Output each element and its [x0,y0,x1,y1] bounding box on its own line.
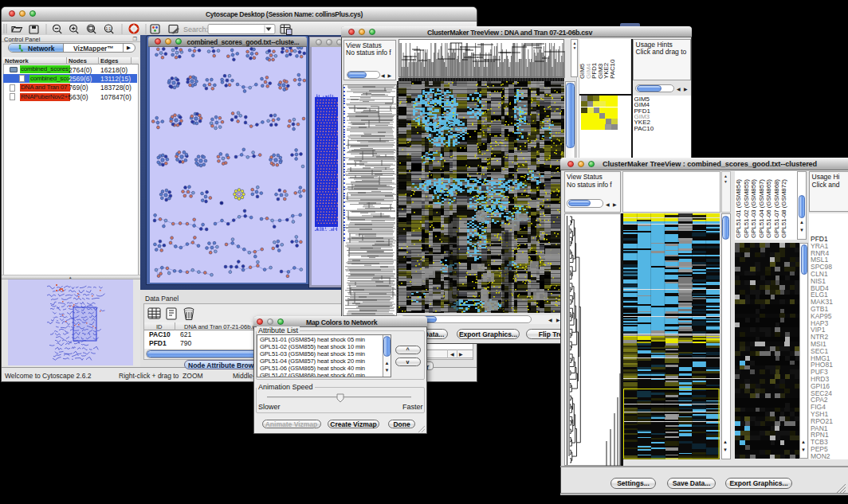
svg-text:GPL51-07 (GSM868): GPL51-07 (GSM868) [773,179,780,238]
svg-text:GPL51-03 (GSM856): GPL51-03 (GSM856) [750,179,757,238]
svg-text:GPL51-04 (GSM857): GPL51-04 (GSM857) [758,179,765,238]
svg-text:GPL51-01 (GSM854): GPL51-01 (GSM854) [735,179,742,238]
svg-text:PAC10: PAC10 [609,59,616,79]
svg-text:GPL51-06 (GSM865): GPL51-06 (GSM865) [765,179,772,238]
svg-text:1:1: 1:1 [106,26,112,30]
svg-text:Search:: Search: [183,25,208,33]
svg-text:GPL51-02 (GSM855): GPL51-02 (GSM855) [743,179,750,238]
svg-text:GPL51-08 (GSM872): GPL51-08 (GSM872) [780,179,787,238]
